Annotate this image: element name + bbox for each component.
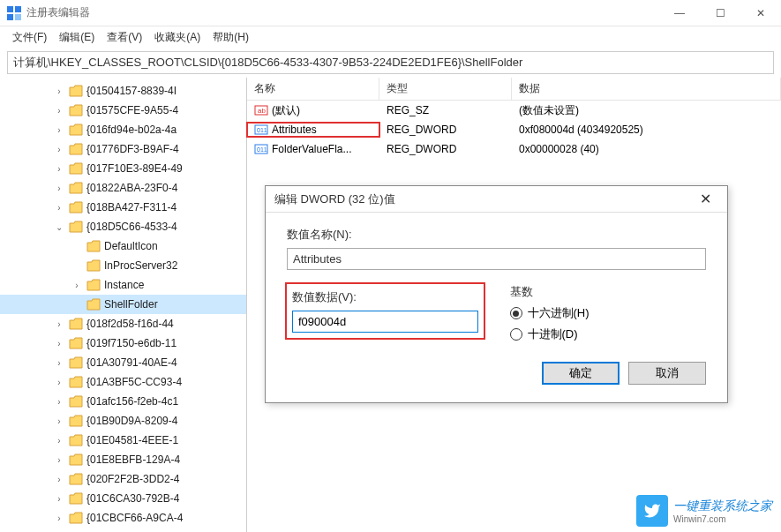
folder-icon bbox=[69, 318, 83, 330]
expand-icon[interactable]: › bbox=[53, 475, 65, 484]
tree-view[interactable]: ›{01504157-8839-4I›{01575CFE-9A55-4›{016… bbox=[0, 78, 247, 532]
expand-icon[interactable]: › bbox=[53, 494, 65, 504]
expand-icon[interactable]: › bbox=[71, 281, 83, 290]
expand-icon[interactable]: › bbox=[53, 397, 65, 407]
folder-icon bbox=[69, 434, 83, 446]
col-type[interactable]: 类型 bbox=[379, 78, 512, 100]
tree-node[interactable]: ›{017F10E3-89E4-49 bbox=[0, 159, 246, 178]
ok-button[interactable]: 确定 bbox=[542, 362, 620, 385]
tree-node[interactable]: ›{019f7150-e6db-11 bbox=[0, 333, 246, 353]
expand-icon[interactable]: › bbox=[53, 319, 65, 329]
tree-node[interactable]: ›{01A30791-40AE-4 bbox=[0, 353, 246, 372]
menu-view[interactable]: 查看(V) bbox=[101, 28, 147, 47]
radio-unchecked-icon bbox=[510, 328, 522, 341]
svg-rect-2 bbox=[7, 14, 13, 20]
expand-icon[interactable]: › bbox=[53, 106, 65, 116]
expand-icon[interactable]: › bbox=[53, 184, 65, 193]
tree-label: {01CBCF66-A9CA-4 bbox=[86, 512, 183, 524]
expand-icon[interactable]: › bbox=[53, 203, 65, 213]
expand-icon[interactable]: › bbox=[53, 86, 65, 96]
tree-node[interactable]: ›{01776DF3-B9AF-4 bbox=[0, 139, 246, 159]
folder-icon bbox=[86, 298, 101, 311]
tree-node[interactable]: ›{01575CFE-9A55-4 bbox=[0, 101, 246, 120]
tree-label: {01A30791-40AE-4 bbox=[86, 356, 177, 369]
value-name: Attributes bbox=[272, 124, 317, 136]
svg-rect-3 bbox=[15, 14, 21, 20]
svg-text:ab: ab bbox=[258, 107, 266, 115]
menu-favorites[interactable]: 收藏夹(A) bbox=[149, 28, 206, 47]
menu-file[interactable]: 文件(F) bbox=[7, 28, 52, 47]
tree-node[interactable]: ›{018BA427-F311-4 bbox=[0, 198, 246, 217]
radix-hex-radio[interactable]: 十六进制(H) bbox=[510, 305, 707, 321]
tree-node[interactable]: ›{01A3BF5C-CC93-4 bbox=[0, 372, 246, 392]
list-row[interactable]: ab(默认)REG_SZ(数值未设置) bbox=[247, 101, 781, 120]
tree-node[interactable]: ›{01E8EBFB-129A-4 bbox=[0, 450, 246, 469]
tree-node[interactable]: ShellFolder bbox=[0, 295, 246, 314]
expand-icon[interactable]: › bbox=[53, 455, 65, 465]
expand-icon[interactable]: › bbox=[53, 416, 65, 426]
tree-label: {01C6CA30-792B-4 bbox=[86, 492, 179, 505]
dialog-close-button[interactable]: ✕ bbox=[692, 191, 718, 207]
tree-node[interactable]: ›{01E04581-4EEE-1 bbox=[0, 431, 246, 450]
tree-node[interactable]: ›Instance bbox=[0, 275, 246, 295]
close-button[interactable]: ✕ bbox=[740, 0, 781, 26]
tree-label: DefaultIcon bbox=[104, 240, 158, 252]
svg-text:011: 011 bbox=[257, 146, 267, 153]
expand-icon[interactable]: › bbox=[53, 358, 65, 368]
tree-node[interactable]: InProcServer32 bbox=[0, 256, 246, 275]
list-row[interactable]: 011FolderValueFla...REG_DWORD0x00000028 … bbox=[247, 139, 781, 159]
reg-string-icon: ab bbox=[254, 103, 268, 117]
expand-icon[interactable]: › bbox=[53, 339, 65, 348]
minimize-button[interactable]: — bbox=[659, 0, 700, 26]
expand-icon[interactable]: › bbox=[53, 513, 65, 523]
value-name: (默认) bbox=[272, 103, 300, 118]
folder-icon bbox=[69, 221, 83, 233]
cancel-button[interactable]: 取消 bbox=[628, 362, 706, 385]
tree-node[interactable]: ⌄{018D5C66-4533-4 bbox=[0, 217, 246, 236]
tree-node[interactable]: ›{01C6CA30-792B-4 bbox=[0, 489, 246, 508]
tree-node[interactable]: ›{01822ABA-23F0-4 bbox=[0, 178, 246, 198]
tree-node[interactable]: ›{01afc156-f2eb-4c1 bbox=[0, 392, 246, 411]
tree-label: {017F10E3-89E4-49 bbox=[86, 162, 183, 175]
value-data-label: 数值数据(V): bbox=[292, 289, 478, 305]
menubar: 文件(F) 编辑(E) 查看(V) 收藏夹(A) 帮助(H) bbox=[0, 26, 781, 48]
menu-edit[interactable]: 编辑(E) bbox=[54, 28, 100, 47]
tree-node[interactable]: ›{016fd94e-b02a-4a bbox=[0, 120, 246, 139]
expand-icon[interactable]: › bbox=[53, 145, 65, 154]
folder-icon bbox=[69, 356, 83, 369]
edit-dword-dialog: 编辑 DWORD (32 位)值 ✕ 数值名称(N): Attributes 数… bbox=[265, 185, 728, 403]
folder-icon bbox=[69, 453, 83, 466]
radix-dec-radio[interactable]: 十进制(D) bbox=[510, 326, 707, 342]
folder-icon bbox=[69, 104, 83, 116]
expand-icon[interactable]: › bbox=[53, 164, 65, 174]
tree-label: {01E04581-4EEE-1 bbox=[86, 434, 178, 446]
tree-node[interactable]: ›{020F2F2B-3DD2-4 bbox=[0, 469, 246, 489]
value-data-input[interactable] bbox=[292, 311, 478, 333]
expand-icon[interactable]: ⌄ bbox=[53, 222, 65, 232]
value-data: (数值未设置) bbox=[512, 103, 781, 118]
tree-node[interactable]: ›{018f2d58-f16d-44 bbox=[0, 314, 246, 333]
tree-label: {01E8EBFB-129A-4 bbox=[86, 453, 180, 466]
tree-node[interactable]: ›{01504157-8839-4I bbox=[0, 81, 246, 101]
tree-node[interactable]: DefaultIcon bbox=[0, 236, 246, 256]
col-data[interactable]: 数据 bbox=[512, 78, 781, 100]
tree-label: {01776DF3-B9AF-4 bbox=[86, 143, 179, 155]
expand-icon[interactable]: › bbox=[53, 378, 65, 387]
tree-node[interactable]: ›{01CBCF66-A9CA-4 bbox=[0, 508, 246, 528]
list-row[interactable]: 011AttributesREG_DWORD0xf080004d (403492… bbox=[247, 120, 781, 139]
tree-label: {018BA427-F311-4 bbox=[86, 201, 176, 214]
tree-node[interactable]: ›{01B90D9A-8209-4 bbox=[0, 411, 246, 431]
address-bar[interactable]: 计算机\HKEY_CLASSES_ROOT\CLSID\{018D5C66-45… bbox=[7, 51, 774, 74]
col-name[interactable]: 名称 bbox=[247, 78, 379, 100]
dialog-title: 编辑 DWORD (32 位)值 bbox=[274, 191, 692, 207]
folder-icon bbox=[69, 124, 83, 136]
menu-help[interactable]: 帮助(H) bbox=[207, 28, 254, 47]
value-name-field[interactable]: Attributes bbox=[287, 248, 706, 270]
folder-icon bbox=[69, 376, 83, 388]
tree-label: {01575CFE-9A55-4 bbox=[86, 104, 178, 116]
maximize-button[interactable]: ☐ bbox=[700, 0, 740, 26]
app-icon bbox=[7, 6, 21, 20]
value-data: 0x00000028 (40) bbox=[512, 143, 781, 155]
expand-icon[interactable]: › bbox=[53, 125, 65, 135]
expand-icon[interactable]: › bbox=[53, 436, 65, 446]
